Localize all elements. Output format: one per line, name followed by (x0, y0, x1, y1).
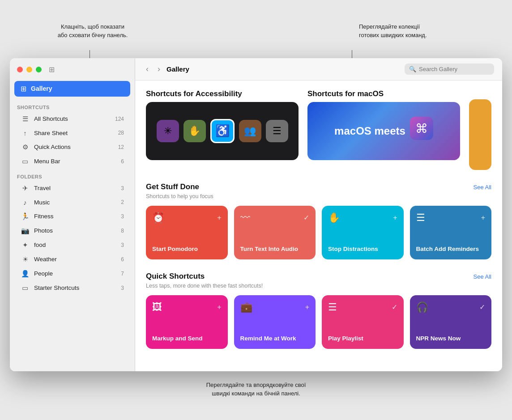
forward-button[interactable]: › (155, 64, 163, 75)
playlist-action: ✓ (392, 303, 397, 311)
sidebar: ⊞ ⊞ Gallery Shortcuts ☰ All Shortcuts 12… (10, 58, 135, 371)
section-get-stuff-done: Get Stuff Done See All Shortcuts to help… (146, 182, 491, 259)
people-icon: 👤 (21, 270, 30, 278)
sidebar-item-music[interactable]: ♪ Music 2 (13, 196, 131, 209)
share-sheet-icon: ↑ (21, 129, 30, 137)
sidebar-item-people[interactable]: 👤 People 7 (13, 267, 131, 280)
fitness-count: 3 (121, 213, 124, 220)
gsd-title: Get Stuff Done (146, 182, 199, 191)
starter-shortcuts-icon: ▭ (21, 284, 30, 292)
gallery-icon: ⊞ (21, 85, 26, 93)
minimize-button[interactable] (26, 67, 32, 72)
gsd-see-all[interactable]: See All (474, 184, 491, 191)
back-button[interactable]: ‹ (143, 64, 151, 75)
acc-icon-2: ✋ (183, 120, 206, 142)
people-label: People (34, 270, 121, 277)
travel-label: Travel (34, 185, 121, 191)
shortcut-markup-send[interactable]: 🖼 + Markup and Send (146, 295, 228, 349)
traffic-lights: ⊞ (10, 58, 135, 78)
sidebar-item-all-shortcuts[interactable]: ☰ All Shortcuts 124 (13, 112, 131, 126)
menu-bar-label: Menu Bar (34, 158, 121, 165)
batch-action: + (481, 214, 485, 222)
shortcut-start-pomodoro[interactable]: ⏰ + Start Pomodoro (146, 206, 228, 259)
audio-label: Turn Text Into Audio (240, 245, 310, 253)
acc-icon-3: ♿ (210, 119, 235, 143)
annotation-gallery: Переглядайте колекції готових швидких ко… (359, 22, 448, 40)
section-header-gsd: Get Stuff Done See All (146, 182, 491, 191)
shortcut-remind-work[interactable]: 💼 + Remind Me at Work (234, 295, 316, 349)
food-icon: ✦ (21, 241, 30, 249)
sidebar-item-photos[interactable]: 📷 Photos 8 (13, 224, 131, 238)
sidebar-item-menu-bar[interactable]: ▭ Menu Bar 6 (13, 155, 131, 168)
stop-action: + (393, 214, 397, 222)
playlist-icon: ☰ (328, 301, 337, 313)
batch-label: Batch Add Reminders (416, 245, 486, 253)
menu-bar-icon: ▭ (21, 157, 30, 165)
sidebar-item-food[interactable]: ✦ food 3 (13, 238, 131, 252)
shortcut-stop-distractions[interactable]: ✋ + Stop Distractions (322, 206, 404, 259)
weather-label: Weather (34, 256, 121, 263)
qs-title: Quick Shortcuts (146, 272, 205, 281)
playlist-label: Play Playlist (328, 335, 397, 343)
markup-icon: 🖼 (152, 301, 162, 313)
music-label: Music (34, 199, 121, 206)
food-count: 3 (121, 242, 124, 248)
shortcut-turn-text-audio[interactable]: 〰 ✓ Turn Text Into Audio (234, 206, 316, 259)
remind-action: + (305, 303, 309, 311)
section-header-qs: Quick Shortcuts See All (146, 272, 491, 281)
menu-bar-count: 6 (121, 158, 124, 165)
macos-card-text: macOS meets (334, 125, 405, 137)
section-label-folders: Folders (10, 169, 135, 181)
shortcut-play-playlist[interactable]: ☰ ✓ Play Playlist (322, 295, 404, 349)
shortcut-npr-news[interactable]: 🎧 ✓ NPR News Now (410, 295, 492, 349)
acc-icon-1: ✳ (157, 120, 179, 142)
photos-icon: 📷 (21, 227, 30, 235)
food-label: food (34, 242, 121, 248)
sidebar-item-starter-shortcuts[interactable]: ▭ Starter Shortcuts 3 (13, 281, 131, 295)
starter-shortcuts-count: 3 (121, 285, 124, 291)
annotation-sidebar: Клацніть, щоб показати або сховати бічну… (55, 22, 131, 40)
search-box: 🔍 (405, 64, 494, 75)
starter-shortcuts-label: Starter Shortcuts (34, 284, 121, 291)
annotation-bottom: Переглядайте та впорядковуйте свої швидк… (10, 381, 502, 398)
toolbar-title: Gallery (166, 65, 401, 73)
sidebar-item-fitness[interactable]: 🏃 Fitness 3 (13, 210, 131, 223)
maximize-button[interactable] (36, 67, 42, 72)
markup-label: Markup and Send (152, 335, 222, 343)
search-icon: 🔍 (409, 66, 416, 72)
weather-icon: ☀ (21, 255, 30, 263)
sidebar-item-gallery[interactable]: ⊞ Gallery (14, 81, 130, 97)
quick-actions-label: Quick Actions (34, 144, 118, 150)
app-window: ⊞ ⊞ Gallery Shortcuts ☰ All Shortcuts 12… (10, 58, 502, 371)
gsd-shortcuts-row: ⏰ + Start Pomodoro 〰 ✓ Turn Text Into Au… (146, 206, 491, 259)
stop-icon: ✋ (328, 212, 340, 224)
collections-row: Shortcuts for Accessibility ✳ ✋ ♿ 👥 ☰ Sh… (146, 89, 491, 170)
sidebar-item-travel[interactable]: ✈ Travel 3 (13, 182, 131, 195)
section-label-shortcuts: Shortcuts (10, 99, 135, 112)
sidebar-toggle-icon[interactable]: ⊞ (49, 65, 55, 74)
sidebar-item-share-sheet[interactable]: ↑ Share Sheet 28 (13, 127, 131, 140)
audio-icon: 〰 (240, 212, 250, 224)
photos-count: 8 (121, 228, 124, 234)
main-content: ‹ › Gallery 🔍 Shortcuts for Accessibilit… (135, 58, 502, 371)
search-input[interactable] (419, 66, 486, 72)
music-count: 2 (121, 199, 124, 205)
pomodoro-label: Start Pomodoro (152, 245, 222, 253)
npr-icon: 🎧 (416, 301, 428, 313)
shortcuts-logo: ⌘ (410, 117, 433, 145)
pomodoro-action: + (217, 214, 221, 222)
photos-label: Photos (34, 227, 121, 234)
collection-partial (469, 99, 491, 170)
share-sheet-count: 28 (118, 130, 124, 136)
close-button[interactable] (17, 67, 23, 72)
remind-label: Remind Me at Work (240, 335, 310, 343)
sidebar-item-quick-actions[interactable]: ⚙ Quick Actions 12 (13, 140, 131, 154)
quick-actions-icon: ⚙ (21, 143, 30, 151)
collection-macos[interactable]: Shortcuts for macOS macOS meets (307, 89, 460, 170)
collection-accessibility[interactable]: Shortcuts for Accessibility ✳ ✋ ♿ 👥 ☰ (146, 89, 299, 170)
people-count: 7 (121, 271, 124, 277)
sidebar-item-weather[interactable]: ☀ Weather 6 (13, 253, 131, 266)
shortcut-batch-reminders[interactable]: ☰ + Batch Add Reminders (410, 206, 492, 259)
qs-see-all[interactable]: See All (474, 273, 491, 280)
all-shortcuts-label: All Shortcuts (34, 115, 115, 122)
